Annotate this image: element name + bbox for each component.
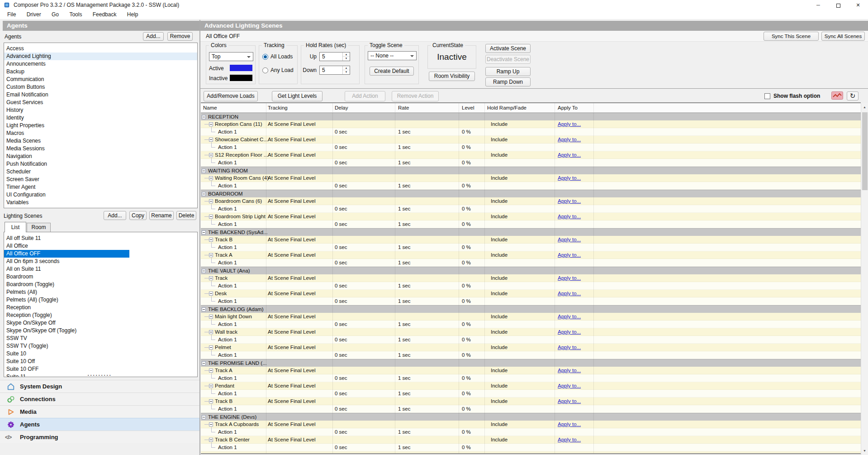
action-row[interactable]: Action 10 sec1 sec0 % bbox=[201, 351, 861, 359]
menu-tools[interactable]: Tools bbox=[65, 10, 86, 19]
action-row[interactable]: Action 10 sec1 sec0 % bbox=[201, 128, 861, 136]
tree-collapse-icon[interactable] bbox=[209, 345, 213, 350]
load-row[interactable]: DeskAt Scene Final LevelIncludeApply to.… bbox=[201, 290, 861, 297]
close-icon[interactable]: ✕ bbox=[848, 0, 868, 10]
group-row[interactable]: THE VAULT (Ana) bbox=[201, 267, 861, 274]
col-tracking[interactable]: Tracking bbox=[268, 103, 288, 112]
load-row[interactable]: Track BAt Scene Final LevelIncludeApply … bbox=[201, 398, 861, 405]
scene-list-item[interactable]: SSW TV bbox=[4, 335, 197, 342]
apply-to-link[interactable]: Apply to... bbox=[558, 436, 581, 444]
load-row[interactable]: Showcase Cabinet C...At Scene Final Leve… bbox=[201, 136, 861, 144]
apply-to-link[interactable]: Apply to... bbox=[558, 251, 581, 259]
agent-list-item[interactable]: Communication bbox=[4, 76, 197, 83]
load-row[interactable]: Track B CenterAt Scene Final LevelInclud… bbox=[201, 436, 861, 444]
group-row[interactable]: WAITING ROOM bbox=[201, 167, 861, 174]
tree-collapse-icon[interactable] bbox=[202, 192, 206, 196]
group-row[interactable]: THE BACKLOG (Adam) bbox=[201, 305, 861, 313]
lighting-scenes-list[interactable]: All off Suite 11All OfficeAll Office OFF… bbox=[4, 232, 198, 377]
add-remove-loads-button[interactable]: Add/Remove Loads bbox=[204, 91, 258, 101]
tree-collapse-icon[interactable] bbox=[202, 361, 206, 365]
apply-to-link[interactable]: Apply to... bbox=[558, 151, 581, 159]
load-row[interactable]: PendantAt Scene Final LevelIncludeApply … bbox=[201, 382, 861, 390]
scene-list-item[interactable]: All on Suite 11 bbox=[4, 265, 197, 273]
nav-media[interactable]: Media bbox=[0, 405, 199, 418]
apply-to-link[interactable]: Apply to... bbox=[558, 421, 581, 428]
ramp-down-button[interactable]: Ramp Down bbox=[485, 77, 531, 86]
colors-position-dropdown[interactable]: Top bbox=[209, 52, 253, 61]
scene-list-item[interactable]: Boardroom bbox=[4, 273, 197, 281]
show-flash-checkbox[interactable] bbox=[764, 93, 770, 99]
maximize-icon[interactable] bbox=[828, 0, 848, 10]
col-hold[interactable]: Hold Ramp/Fade bbox=[487, 103, 526, 112]
load-row[interactable]: PelmetAt Scene Final LevelIncludeApply t… bbox=[201, 344, 861, 351]
agent-list-item[interactable]: Announcements bbox=[4, 60, 197, 68]
add-action-button[interactable]: Add Action bbox=[345, 91, 385, 101]
scroll-up-icon[interactable]: ▲ bbox=[861, 103, 868, 111]
tab-room[interactable]: Room bbox=[27, 223, 51, 232]
agent-list-item[interactable]: UI Configuration bbox=[4, 191, 197, 199]
group-row[interactable]: BOARDROOM bbox=[201, 190, 861, 197]
load-row[interactable]: Track AAt Scene Final LevelIncludeApply … bbox=[201, 367, 861, 374]
col-level[interactable]: Level bbox=[462, 103, 474, 112]
apply-to-link[interactable]: Apply to... bbox=[558, 197, 581, 205]
tree-collapse-icon[interactable] bbox=[202, 115, 206, 119]
scene-list-item[interactable]: Suite 10 bbox=[4, 350, 197, 358]
scene-list-item[interactable]: Pelmets (All) bbox=[4, 288, 197, 296]
action-row[interactable]: Action 10 sec1 sec0 % bbox=[201, 144, 861, 151]
apply-to-link[interactable]: Apply to... bbox=[558, 290, 581, 297]
tree-collapse-icon[interactable] bbox=[209, 122, 213, 126]
scrollbar-thumb[interactable] bbox=[862, 112, 868, 190]
up-rate-stepper[interactable]: 5 ▲▼ bbox=[319, 52, 350, 61]
apply-to-link[interactable]: Apply to... bbox=[558, 213, 581, 220]
table-scrollbar[interactable]: ▲ ▼ bbox=[861, 103, 868, 455]
group-row[interactable]: THE ENGINE (Devs) bbox=[201, 413, 861, 421]
tree-collapse-icon[interactable] bbox=[209, 438, 213, 442]
tab-list[interactable]: List bbox=[5, 222, 26, 232]
load-row[interactable]: Waiting Room Cans (4)At Scene Final Leve… bbox=[201, 174, 861, 182]
menu-go[interactable]: Go bbox=[47, 10, 63, 19]
any-load-radio[interactable] bbox=[262, 67, 268, 73]
tree-collapse-icon[interactable] bbox=[202, 269, 206, 273]
action-row[interactable]: Action 10 sec1 sec0 % bbox=[201, 159, 861, 167]
scene-rename-button[interactable]: Rename bbox=[149, 211, 174, 220]
group-row[interactable]: THE PROMISE LAND (... bbox=[201, 359, 861, 367]
agents-add-button[interactable]: Add... bbox=[143, 32, 164, 41]
apply-to-link[interactable]: Apply to... bbox=[558, 344, 581, 351]
get-light-levels-button[interactable]: Get Light Levels bbox=[272, 91, 323, 101]
scene-list-item[interactable]: All off Suite 11 bbox=[4, 235, 197, 242]
tree-collapse-icon[interactable] bbox=[209, 369, 213, 373]
load-row[interactable]: Track BAt Scene Final LevelIncludeApply … bbox=[201, 236, 861, 244]
load-row[interactable]: Reception Cans (11)At Scene Final LevelI… bbox=[201, 120, 861, 128]
action-row[interactable]: Action 10 sec1 sec0 % bbox=[201, 182, 861, 190]
action-row[interactable]: Action 10 sec1 sec0 % bbox=[201, 244, 861, 251]
agent-list-item[interactable]: Advanced Lighting bbox=[4, 53, 197, 60]
load-row[interactable]: Boardroom Strip LightAt Scene Final Leve… bbox=[201, 213, 861, 220]
apply-to-link[interactable]: Apply to... bbox=[558, 236, 581, 244]
menu-feedback[interactable]: Feedback bbox=[88, 10, 121, 19]
action-row[interactable]: Action 10 sec1 sec0 % bbox=[201, 428, 861, 436]
agent-list-item[interactable]: Identity bbox=[4, 114, 197, 122]
action-row[interactable]: Action 10 sec1 sec0 % bbox=[201, 282, 861, 290]
agent-list-item[interactable]: Media Scenes bbox=[4, 137, 197, 145]
agent-list-item[interactable]: Light Properties bbox=[4, 122, 197, 129]
tree-collapse-icon[interactable] bbox=[209, 199, 213, 203]
room-visibility-button[interactable]: Room Visibility bbox=[429, 72, 475, 81]
sync-this-scene-button[interactable]: Sync This Scene bbox=[764, 32, 819, 41]
scene-list-item[interactable]: All On 6pm 3 seconds bbox=[4, 258, 197, 265]
agent-list-item[interactable]: Access bbox=[4, 45, 197, 53]
scene-add-button[interactable]: Add... bbox=[104, 211, 126, 220]
scene-list-item[interactable]: Suite 10 Off bbox=[4, 358, 197, 365]
tree-collapse-icon[interactable] bbox=[209, 292, 213, 296]
nav-programming[interactable]: </> Programming bbox=[0, 431, 199, 443]
tree-collapse-icon[interactable] bbox=[209, 276, 213, 280]
agent-list-item[interactable]: Variables bbox=[4, 199, 197, 206]
action-row[interactable]: Action 10 sec1 sec0 % bbox=[201, 259, 861, 267]
agent-list-item[interactable]: Email Notification bbox=[4, 91, 197, 99]
remove-action-button[interactable]: Remove Action bbox=[392, 91, 439, 101]
tree-collapse-icon[interactable] bbox=[209, 330, 213, 334]
load-row[interactable]: Track AAt Scene Final LevelIncludeApply … bbox=[201, 251, 861, 259]
active-color-swatch[interactable] bbox=[230, 65, 252, 71]
tree-collapse-icon[interactable] bbox=[209, 176, 213, 180]
apply-to-link[interactable]: Apply to... bbox=[558, 382, 581, 390]
group-row[interactable]: RECEPTION bbox=[201, 113, 861, 120]
